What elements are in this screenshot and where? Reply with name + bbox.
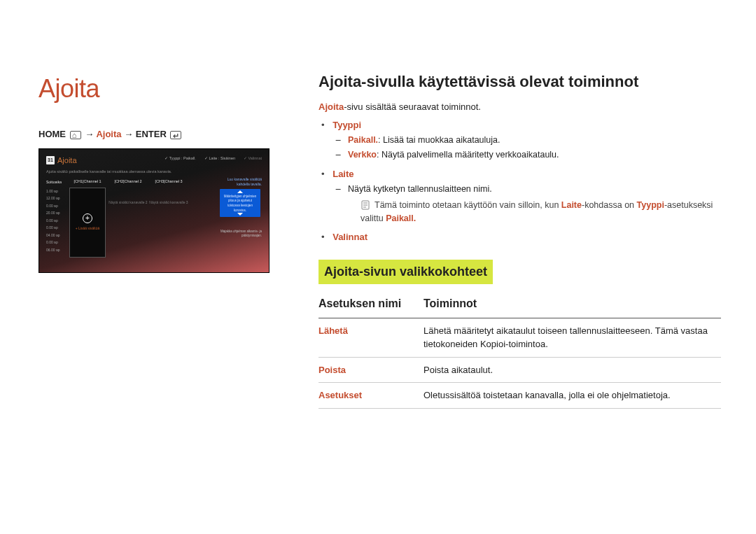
breadcrumb-enter: ENTER	[136, 129, 167, 139]
options-table: Asetuksen nimi Toiminnot Lähetä Lähetä m…	[318, 291, 721, 409]
shot-desc: Ajoita sisältö paikalliselle kanavalle t…	[46, 169, 262, 174]
subheading: Ajoita-sivun valikkokohteet	[318, 260, 493, 284]
breadcrumb-home: HOME	[38, 129, 66, 139]
calendar-icon: 31	[46, 156, 55, 164]
shot-options: Valinnat	[244, 155, 262, 161]
home-icon	[70, 131, 81, 139]
th-func: Toiminnot	[424, 291, 721, 318]
screenshot-preview: 31 Ajoita Tyyppi : Paikall. Laite : Sisä…	[38, 148, 270, 273]
feature-valinnat: Valinnat	[331, 230, 721, 244]
channel1-card: + + Lisää sisältöä	[69, 188, 106, 258]
shot-device: Laite : Sisäinen	[204, 155, 235, 161]
plus-icon: +	[83, 213, 92, 223]
section-heading: Ajoita-sivulla käytettävissä olevat toim…	[318, 70, 721, 93]
table-row: Lähetä Lähetä määritetyt aikataulut tois…	[318, 318, 721, 357]
feature-tyyppi: Tyyppi Paikall.: Lisää tai muokkaa aikat…	[331, 118, 721, 162]
feature-laite: Laite Näytä kytketyn tallennuslaitteen n…	[331, 167, 721, 225]
blue-info-box: Määritettyjen ohjelmien pituus ja ajoite…	[220, 189, 260, 217]
page-title: Ajoita	[38, 70, 276, 108]
table-row: Poista Poista aikataulut.	[318, 357, 721, 383]
breadcrumb: HOME → Ajoita → ENTER	[38, 127, 276, 141]
table-row: Asetukset Oletussisältöä toistetaan kana…	[318, 383, 721, 409]
enter-icon	[170, 131, 181, 139]
screenshot-title: Ajoita	[57, 155, 77, 167]
th-name: Asetuksen nimi	[318, 291, 424, 318]
intro-text: Ajoita-sivu sisältää seuraavat toiminnot…	[318, 100, 721, 114]
note-icon	[360, 200, 370, 210]
feature-note: Tämä toiminto otetaan käyttöön vain sill…	[331, 199, 721, 225]
breadcrumb-mid: Ajoita	[96, 129, 121, 139]
shot-type: Tyyppi : Paikall.	[164, 155, 196, 161]
